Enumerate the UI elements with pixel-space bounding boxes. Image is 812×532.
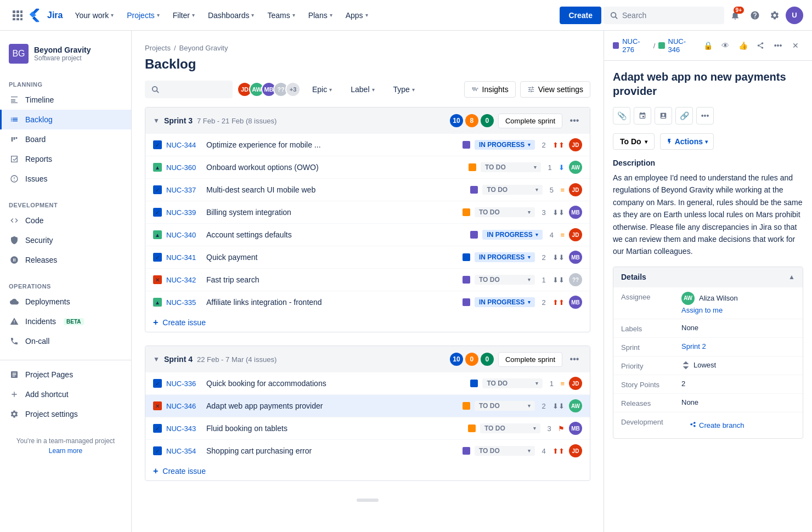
issue-status-badge[interactable]: TO DO ▾ [475,401,535,411]
priority-label: Priority [621,361,681,370]
issue-row[interactable]: ✕ NUC-342 Fast trip search TO DO ▾ 1 ⬇⬇ … [145,269,590,291]
sprint4-menu-button[interactable]: ••• [567,352,582,367]
search-box[interactable]: Search [604,7,724,24]
issue-row[interactable]: ✓ NUC-354 Shopping cart purchasing error… [145,440,590,462]
share-button[interactable] [753,38,768,53]
create-branch-link[interactable]: Create branch [681,417,795,434]
nav-projects[interactable]: Projects ▾ [121,8,165,23]
storypoints-value: 2 [681,380,795,388]
help-button[interactable] [746,7,764,24]
more-tools-button[interactable]: ••• [696,107,714,124]
close-button[interactable]: ✕ [788,38,803,53]
learn-more-link[interactable]: Learn more [9,447,122,455]
attach-button[interactable]: 📎 [613,107,630,124]
sprint4-complete-button[interactable]: Complete sprint [498,352,562,367]
sidebar-item-releases[interactable]: Releases [0,250,131,270]
issue-row[interactable]: ▲ NUC-335 Affiliate links integration - … [145,291,590,313]
chevron-icon: ▾ [365,12,368,18]
sidebar-item-label: On-call [25,337,49,346]
nav-apps[interactable]: Apps ▾ [340,8,374,23]
breadcrumb-projects-link[interactable]: Projects [145,44,171,52]
issue-row[interactable]: ✕ NUC-346 Adapt web app payments provide… [145,395,590,417]
issue-row[interactable]: ✓ NUC-344 Optimize experience for mobile… [145,134,590,156]
svg-rect-5 [20,14,22,17]
issue-row[interactable]: ▲ NUC-340 Account settings defaults IN P… [145,224,590,246]
nav-your-work[interactable]: Your work ▾ [69,8,119,23]
sprint4-header[interactable]: ▼ Sprint 4 22 Feb - 7 Mar (4 issues) 10 … [145,346,590,372]
nav-plans[interactable]: Plans ▾ [303,8,338,23]
backlog-search-input[interactable] [162,85,217,94]
child-issue-button[interactable] [655,107,672,124]
issue-row[interactable]: ✓ NUC-336 Quick booking for accommodatio… [145,372,590,395]
link-tree-button[interactable] [634,107,651,124]
nav-filter[interactable]: Filter ▾ [167,8,200,23]
avatar-filter-more[interactable]: +3 [285,82,301,97]
sprint3-menu-button[interactable]: ••• [567,113,582,128]
issue-status-badge[interactable]: IN PROGRESS ▾ [475,140,535,150]
backlog-search[interactable] [145,81,233,98]
watch-button[interactable]: 👁 [718,38,733,53]
sidebar-item-incidents[interactable]: Incidents BETA [0,312,131,331]
label-filter-button[interactable]: Label ▾ [343,81,381,98]
sidebar-item-backlog[interactable]: Backlog [0,110,131,129]
jira-logo[interactable]: Jira [29,8,63,23]
assign-me-link[interactable]: Assign to me [681,306,795,314]
link-button[interactable]: 🔗 [675,107,693,124]
issue-key: NUC-341 [166,253,202,262]
divider-handle[interactable] [145,494,590,506]
settings-button[interactable] [766,7,783,24]
status-button[interactable]: To Do ▾ [613,133,655,150]
sprint3-create-issue[interactable]: + Create issue [145,313,590,332]
issue-status-badge[interactable]: TO DO ▾ [475,207,535,217]
issue-row[interactable]: ✓ NUC-337 Multi-dest search UI mobile we… [145,179,590,201]
sprint3-complete-button[interactable]: Complete sprint [498,114,562,128]
sidebar-item-code[interactable]: Code [0,211,131,230]
create-button[interactable]: Create [560,7,601,24]
sidebar-item-timeline[interactable]: Timeline [0,90,131,110]
sidebar-item-reports[interactable]: Reports [0,149,131,169]
type-filter-button[interactable]: Type ▾ [386,81,422,98]
sprint-value[interactable]: Sprint 2 [681,342,795,350]
details-header[interactable]: Details ▲ [613,267,803,287]
issue-story-points: 2 [539,253,548,262]
issue-row[interactable]: ✓ NUC-343 Fluid booking on tablets TO DO… [145,417,590,440]
sidebar-item-board[interactable]: Board [0,129,131,149]
sidebar-item-project-pages[interactable]: Project Pages [0,365,131,384]
issue-row[interactable]: ✓ NUC-341 Quick payment IN PROGRESS ▾ 2 … [145,246,590,269]
parent-key-link[interactable]: NUC-276 [622,37,650,54]
sprint4-create-issue[interactable]: + Create issue [145,462,590,480]
issue-status-badge[interactable]: TO DO ▾ [482,185,543,195]
lock-button[interactable]: 🔒 [700,38,715,53]
issue-status-badge[interactable]: TO DO ▾ [475,446,535,456]
insights-button[interactable]: Insights [464,81,516,98]
sidebar-item-oncall[interactable]: On-call [0,331,131,351]
issue-row[interactable]: ▲ NUC-360 Onboard workout options (OWO) … [145,156,590,179]
grid-icon[interactable] [9,7,26,24]
epic-filter-button[interactable]: Epic ▾ [305,81,339,98]
issue-status-badge[interactable]: TO DO ▾ [481,162,541,172]
issue-status-badge[interactable]: IN PROGRESS ▾ [475,297,535,307]
sidebar-item-issues[interactable]: Issues [0,169,131,189]
nav-teams[interactable]: Teams ▾ [262,8,300,23]
nav-dashboards[interactable]: Dashboards ▾ [202,8,260,23]
sidebar-item-deployments[interactable]: Deployments [0,292,131,312]
sidebar-item-add-shortcut[interactable]: Add shortcut [0,384,131,404]
breadcrumb-project-link[interactable]: Beyond Gravity [179,44,228,52]
issue-status-badge[interactable]: IN PROGRESS ▾ [482,230,543,240]
issue-status-badge[interactable]: TO DO ▾ [480,423,540,433]
issue-status-badge[interactable]: TO DO ▾ [482,378,543,388]
key-link[interactable]: NUC-346 [668,37,696,54]
sprint3-header[interactable]: ▼ Sprint 3 7 Feb - 21 Feb (8 issues) 10 … [145,107,590,134]
sidebar-item-security[interactable]: Security [0,230,131,250]
notifications-button[interactable]: 9+ [726,7,744,24]
like-button[interactable]: 👍 [735,38,751,53]
issue-status-badge[interactable]: IN PROGRESS ▾ [475,252,535,262]
issue-row[interactable]: ✓ NUC-339 Billing system integration TO … [145,201,590,224]
more-button[interactable]: ••• [770,38,786,53]
issue-assignee-avatar: MB [569,422,582,435]
sidebar-item-project-settings[interactable]: Project settings [0,404,131,424]
view-settings-button[interactable]: View settings [520,81,590,98]
actions-button[interactable]: Actions ▾ [660,133,714,150]
issue-status-badge[interactable]: TO DO ▾ [475,275,535,285]
user-avatar[interactable]: U [786,7,803,24]
